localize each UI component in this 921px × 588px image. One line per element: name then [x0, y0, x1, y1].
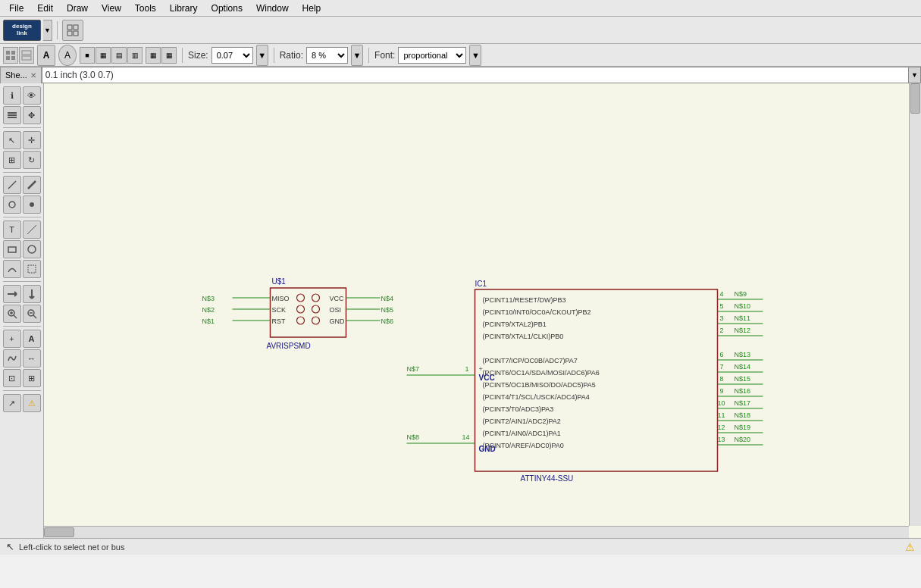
- n20-label: N$20: [735, 436, 751, 443]
- toolbar2: A A ■ ▦ ▤ ▥ ▦ ▦ Size: 0.07 ▼ Ratio: 8 % …: [0, 44, 921, 67]
- grid-icon-e[interactable]: ▤: [111, 47, 127, 64]
- schematic-svg[interactable]: U$1 N$3 MISO N$2 SCK N$1 RST N$4 VCC N$5…: [44, 83, 921, 538]
- ltb-warning[interactable]: ⚠: [23, 394, 41, 412]
- ic1-name: ATTINY44-SSU: [521, 474, 574, 483]
- ltb-module[interactable]: ⊞: [23, 369, 41, 387]
- ltb-text[interactable]: T: [3, 220, 21, 239]
- pin-circle-4: [312, 305, 320, 313]
- ltb-circle[interactable]: [23, 240, 41, 258]
- svg-rect-8: [22, 51, 31, 55]
- ltb-line[interactable]: [23, 220, 41, 239]
- menu-library[interactable]: Library: [164, 2, 204, 15]
- grid-icon-a[interactable]: [3, 47, 18, 64]
- n16-label: N$16: [735, 387, 751, 395]
- hscroll-thumb[interactable]: [44, 527, 74, 537]
- ltb-info[interactable]: ℹ: [3, 86, 21, 105]
- menu-tools[interactable]: Tools: [129, 2, 162, 15]
- ltb-rotate[interactable]: ↻: [23, 151, 41, 169]
- n8-label: N$8: [407, 433, 420, 441]
- ltb-vert[interactable]: [23, 285, 41, 303]
- pin2-num: 2: [720, 327, 724, 334]
- ltb-probe[interactable]: ↗: [3, 394, 21, 412]
- ltb-add-text[interactable]: +: [3, 330, 21, 348]
- ltb-crosshair[interactable]: ✛: [23, 131, 41, 149]
- n1-label: N$1: [202, 317, 215, 325]
- ltb-layers[interactable]: [3, 106, 21, 124]
- grid-button[interactable]: [62, 20, 83, 41]
- grid-icon-b[interactable]: [19, 47, 34, 64]
- ratio-label: Ratio:: [280, 50, 303, 61]
- toolbar1: designlink ▼: [0, 17, 921, 44]
- grid-icon-g[interactable]: ▦: [146, 47, 161, 64]
- horizontal-scrollbar[interactable]: [44, 526, 909, 538]
- addr-dropdown[interactable]: ▼: [909, 67, 921, 83]
- ltb-junction[interactable]: [23, 195, 41, 214]
- ltb-arc[interactable]: [3, 260, 21, 278]
- menu-window[interactable]: Window: [250, 2, 295, 15]
- addr-input[interactable]: [45, 70, 905, 80]
- menu-file[interactable]: File: [3, 2, 30, 15]
- text-style-a[interactable]: A: [37, 45, 55, 66]
- font-dropdown[interactable]: ▼: [469, 45, 481, 66]
- ltb-bus[interactable]: [23, 176, 41, 194]
- main-area: ℹ 👁 ✥ ↖ ✛ ⊞ ↻: [0, 83, 921, 538]
- n11-label: N$11: [735, 314, 751, 322]
- ltb-frame[interactable]: ⊡: [3, 369, 21, 387]
- n18-label: N$18: [735, 411, 751, 419]
- n10-label: N$10: [735, 302, 751, 310]
- canvas-container[interactable]: 1 U$1 N$3 MISO N$2 SCK N$1 RST N$4 VCC: [44, 83, 921, 538]
- ltb-row-9: [3, 260, 41, 278]
- ltb-sep6: [3, 390, 41, 391]
- grid-icon-d[interactable]: ▦: [96, 47, 111, 64]
- font-select[interactable]: proportional: [398, 47, 466, 64]
- menu-draw[interactable]: Draw: [61, 2, 94, 15]
- logo[interactable]: designlink: [3, 20, 41, 41]
- ltb-text2[interactable]: A: [23, 330, 41, 348]
- ratio-dropdown[interactable]: ▼: [351, 45, 363, 66]
- n15-label: N$15: [735, 375, 751, 383]
- logo-dropdown[interactable]: ▼: [43, 20, 52, 41]
- pb0-label: (PCINT8/XTAL1/CLKI)PB0: [483, 333, 564, 340]
- pin-circle-6: [312, 317, 320, 324]
- pa2-label: (PCINT2/AIN1/ADC2)PA2: [483, 418, 561, 425]
- menu-options[interactable]: Options: [205, 2, 249, 15]
- sheet-tab[interactable]: She... ✕: [0, 67, 42, 83]
- ltb-zoom-out[interactable]: [23, 305, 41, 323]
- ltb-rect[interactable]: [3, 240, 21, 258]
- tb2-sep2: [274, 48, 274, 63]
- grid-icon-h[interactable]: ▦: [161, 47, 177, 64]
- sheet-close-icon[interactable]: ✕: [30, 71, 36, 80]
- ltb-row-8: [3, 240, 41, 258]
- tb2-sep3: [368, 48, 369, 63]
- text-style-b[interactable]: A: [58, 45, 77, 66]
- size-select[interactable]: 0.07: [211, 47, 253, 64]
- ltb-row-3: ↖ ✛: [3, 131, 41, 149]
- ratio-select[interactable]: 8 %: [306, 47, 348, 64]
- pin3-num: 3: [720, 314, 724, 322]
- ltb-wire[interactable]: [3, 176, 21, 194]
- grid-icon-c[interactable]: ■: [80, 47, 95, 64]
- menu-edit[interactable]: Edit: [31, 2, 59, 15]
- ltb-spline[interactable]: [3, 349, 21, 368]
- font-label: Font:: [374, 50, 395, 61]
- menu-view[interactable]: View: [96, 2, 127, 15]
- ltb-cursor[interactable]: ↖: [3, 131, 21, 149]
- ltb-eye[interactable]: 👁: [23, 86, 41, 105]
- grid-icon-f[interactable]: ▥: [127, 47, 143, 64]
- ltb-horiz[interactable]: [3, 285, 21, 303]
- size-dropdown[interactable]: ▼: [256, 45, 268, 66]
- menu-help[interactable]: Help: [296, 2, 327, 15]
- pin8-num: 8: [720, 375, 724, 383]
- ltb-net[interactable]: [3, 195, 21, 214]
- vertical-scrollbar[interactable]: [909, 83, 921, 526]
- pin-circle-5: [297, 317, 305, 324]
- ltb-ruler[interactable]: ↔: [23, 349, 41, 368]
- ltb-zoom-in[interactable]: [3, 305, 21, 323]
- ltb-move[interactable]: ✥: [23, 106, 41, 124]
- statusbar: ↖ Left-click to select net or bus ⚠: [0, 538, 921, 555]
- ltb-zoom-fit[interactable]: ⊞: [3, 151, 21, 169]
- vscroll-thumb[interactable]: [910, 83, 920, 114]
- ltb-polygon[interactable]: [23, 260, 41, 278]
- svg-rect-2: [67, 31, 72, 36]
- ltb-row-4: ⊞ ↻: [3, 151, 41, 169]
